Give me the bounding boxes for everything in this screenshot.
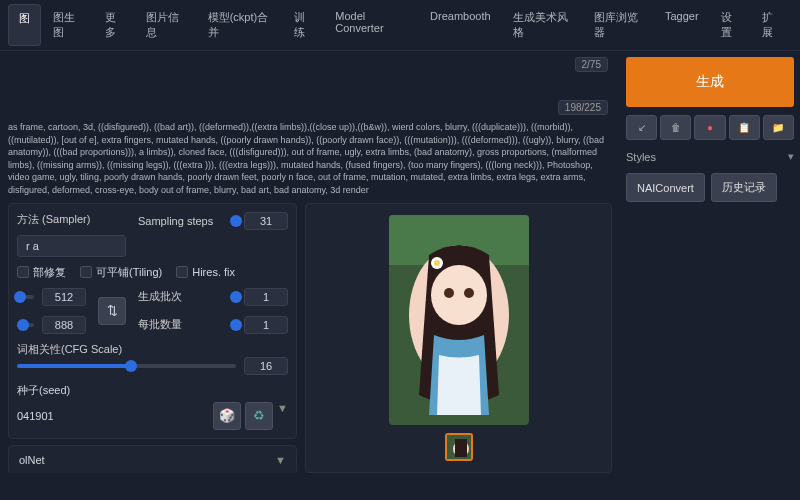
tab-extensions[interactable]: 扩展 <box>752 4 792 46</box>
width-value[interactable]: 512 <box>42 288 86 306</box>
height-slider[interactable] <box>17 323 34 327</box>
output-preview <box>305 203 612 473</box>
seed-random-button[interactable]: 🎲 <box>213 402 241 430</box>
width-slider[interactable] <box>17 295 34 299</box>
record-icon-button[interactable]: ● <box>694 115 725 140</box>
top-tabs: 图 图生图 更多 图片信息 模型(ckpt)合并 训练 Model Conver… <box>0 0 800 51</box>
height-value[interactable]: 888 <box>42 316 86 334</box>
batch-size-label: 每批数量 <box>138 317 228 332</box>
tab-tagger[interactable]: Tagger <box>655 4 709 46</box>
tab-more[interactable]: 更多 <box>95 4 135 46</box>
swap-dimensions-button[interactable]: ⇅ <box>98 297 126 325</box>
tab-train[interactable]: 训练 <box>284 4 324 46</box>
steps-label: Sampling steps <box>138 215 228 227</box>
arrow-icon-button[interactable]: ↙ <box>626 115 657 140</box>
svg-point-7 <box>434 260 440 266</box>
batch-count-value[interactable]: 1 <box>244 288 288 306</box>
tiling-check[interactable]: 可平铺(Tiling) <box>80 265 162 280</box>
styles-label: Styles <box>626 151 780 163</box>
tab-image-browser[interactable]: 图库浏览器 <box>584 4 653 46</box>
paste-icon-button[interactable]: 📋 <box>729 115 760 140</box>
output-thumbnail[interactable] <box>445 433 473 461</box>
sampler-dropdown[interactable]: r a <box>17 235 126 257</box>
tab-txt2img[interactable]: 图 <box>8 4 41 46</box>
svg-point-4 <box>444 288 454 298</box>
chevron-down-icon: ▼ <box>275 454 286 466</box>
face-restore-check[interactable]: 部修复 <box>17 265 66 280</box>
tab-dreambooth[interactable]: Dreambooth <box>420 4 501 46</box>
tab-ckpt-merge[interactable]: 模型(ckpt)合并 <box>198 4 282 46</box>
svg-point-3 <box>431 265 487 325</box>
styles-dropdown[interactable]: ▾ <box>788 150 794 163</box>
generate-button[interactable]: 生成 <box>626 57 794 107</box>
cfg-value[interactable]: 16 <box>244 357 288 375</box>
neg-prompt-counter: 198/225 <box>558 100 608 115</box>
history-button[interactable]: 历史记录 <box>711 173 777 202</box>
prompt-counter: 2/75 <box>575 57 608 72</box>
batch-size-value[interactable]: 1 <box>244 316 288 334</box>
trash-icon-button[interactable]: 🗑 <box>660 115 691 140</box>
steps-value[interactable]: 31 <box>244 212 288 230</box>
prompt-input[interactable] <box>8 78 612 94</box>
tab-model-converter[interactable]: Model Converter <box>325 4 418 46</box>
tab-art-style[interactable]: 生成美术风格 <box>503 4 582 46</box>
seed-recycle-button[interactable]: ♻ <box>245 402 273 430</box>
tab-img2img[interactable]: 图生图 <box>43 4 93 46</box>
cfg-label: 词相关性(CFG Scale) <box>17 342 122 357</box>
batch-count-label: 生成批次 <box>138 289 228 304</box>
seed-value[interactable]: 041901 <box>17 410 207 422</box>
negative-prompt-input[interactable]: as frame, cartoon, 3d, ((disfigured)), (… <box>8 121 612 197</box>
nai-convert-button[interactable]: NAIConvert <box>626 173 705 202</box>
controlnet-accordion[interactable]: olNet▼ <box>8 445 297 473</box>
svg-rect-10 <box>455 439 467 457</box>
tab-settings[interactable]: 设置 <box>711 4 751 46</box>
folder-icon-button[interactable]: 📁 <box>763 115 794 140</box>
sampler-label: 方法 (Sampler) <box>17 212 107 227</box>
cfg-slider[interactable] <box>17 364 236 368</box>
hires-fix-check[interactable]: Hires. fix <box>176 266 235 278</box>
generated-image[interactable] <box>389 215 529 425</box>
tab-png-info[interactable]: 图片信息 <box>136 4 195 46</box>
svg-point-5 <box>464 288 474 298</box>
seed-label: 种子(seed) <box>17 384 70 396</box>
seed-expand-icon[interactable]: ▼ <box>277 402 288 430</box>
